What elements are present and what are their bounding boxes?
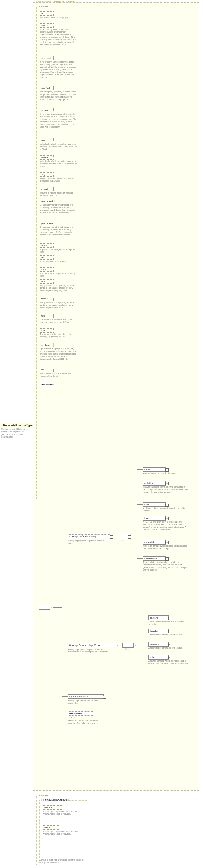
toggle-definition[interactable]	[165, 482, 169, 485]
crg-seq	[122, 643, 134, 648]
extension-label: FlexOrganisationPropType (extension)	[35, 0, 74, 3]
timevalidity-grp-name: timeValidityAttributes	[45, 799, 69, 801]
validity-grp-desc: A group of attributes expressing the tim…	[39, 859, 85, 864]
validity-attributes-label: attributes	[38, 794, 49, 797]
toggle-broader[interactable]	[168, 630, 171, 633]
toggle-related[interactable]	[168, 656, 171, 659]
cdg-toggle[interactable]	[110, 535, 113, 538]
toggle-remoteinfo[interactable]	[165, 541, 169, 544]
validto-attr: validto	[43, 826, 59, 830]
attr-why: why	[40, 173, 54, 177]
attr-desc: The local identifier of the property.	[40, 16, 70, 19]
crg-label: ConceptRelationshipsGroup	[69, 644, 101, 647]
toggle-note[interactable]	[165, 503, 169, 507]
conn	[137, 483, 142, 483]
org-toggle[interactable]	[103, 695, 106, 699]
attr-desc: If the property value is empty, specifie…	[40, 61, 77, 79]
any-other-element: any ##other	[68, 711, 93, 716]
anyother-card: 0..∞	[71, 716, 75, 718]
attr-qcode: qcode	[40, 244, 54, 248]
org-desc: A group of properties specific to an org…	[68, 699, 105, 705]
root-type: PersonAffiliationType	[1, 423, 34, 428]
attr-literal: literal	[40, 268, 54, 272]
crg-toggle[interactable]	[116, 644, 119, 647]
crg-card: 0..∞	[126, 648, 129, 650]
diagram-canvas: PersonAffiliationType The type for an af…	[0, 0, 203, 868]
element-hierarchyinfo: hierarchyInfo	[142, 556, 166, 561]
cdg-desc: A group of properties required to define…	[68, 539, 107, 545]
attr-dir: dir	[40, 368, 54, 372]
attr-creatoruri: creatoruri	[40, 56, 54, 60]
org-label: organisationDetails	[69, 695, 89, 698]
anyother-label: any ##other	[69, 712, 82, 715]
conn	[137, 518, 142, 518]
crg-seq-toggle[interactable]	[134, 644, 137, 647]
element-note: note	[142, 502, 166, 507]
crg-desc: A group of properties required to indica…	[68, 648, 110, 653]
timevalidity-grp-prefix: grp timeValidityAttributes	[41, 799, 69, 801]
attr-desc: Why the metadata has been included - exp…	[40, 191, 77, 197]
element-narrower: narrower	[148, 642, 169, 647]
attr-pubconstraint: pubconstraint	[40, 199, 56, 203]
attr-xml-lang: xml:lang	[40, 343, 54, 347]
attr-desc: A refinement of the semantics of the pro…	[40, 333, 77, 338]
anyother-desc: Extension point for provider-defined pro…	[68, 719, 105, 724]
toggle-name[interactable]	[165, 468, 169, 471]
cdg-card: 0..∞	[120, 539, 124, 541]
attr-desc: The date (and, optionally, the time) whe…	[40, 91, 77, 101]
toggle-facet[interactable]	[165, 517, 169, 520]
sequence-node-main	[39, 605, 50, 610]
toggle-narrower[interactable]	[168, 643, 171, 646]
organisation-details-element: organisationDetails	[68, 694, 104, 699]
conn	[137, 558, 142, 559]
toggle-sameas[interactable]	[168, 617, 171, 620]
cdg-seq	[116, 535, 128, 539]
conn	[142, 631, 148, 631]
attr-desc: If set to true the corresponding propert…	[40, 113, 77, 128]
conn	[137, 504, 142, 505]
attr-whyuri: whyuri	[40, 187, 54, 191]
element-desc: A natural language name for the concept.	[142, 472, 179, 474]
attr-desc: A free-text value assigned as a property…	[40, 272, 77, 277]
attr-modified: modified	[40, 86, 54, 90]
cdg-seq-toggle[interactable]	[128, 535, 131, 538]
element-desc: A link to an item or a web resource whic…	[142, 545, 188, 550]
conn	[142, 657, 148, 657]
element-desc: A natural language definition of the sem…	[142, 486, 188, 493]
attr-desc: If the property value is not defined, sp…	[40, 28, 77, 46]
validto-desc: The date (and, optionally, the time) aft…	[43, 830, 80, 835]
attr-typeuri: typeuri	[40, 297, 54, 301]
conn	[142, 644, 148, 644]
attr-desc: A URI which identifies a concept.	[40, 260, 69, 262]
attr-creator: creator	[40, 23, 54, 28]
attr-desc: Indicates by which means the value was e…	[40, 143, 77, 150]
anyother-conn	[62, 714, 68, 714]
element-name: name	[142, 467, 166, 472]
element-desc: In NAR 1.8 and later, facet is deprecate…	[142, 521, 188, 531]
attr-any-other: any ##other	[40, 382, 55, 386]
attr-desc: One or many constraints that apply to pu…	[40, 204, 77, 214]
sequence-toggle-main[interactable]	[50, 606, 53, 609]
root-desc: The type for an afflilation of a person …	[1, 428, 29, 438]
attr-desc: A refinement of the semantics of the pro…	[40, 318, 77, 323]
element-desc: Additional natural language information …	[142, 507, 188, 512]
validfrom-desc: The date (and, optionally, the time) bef…	[43, 810, 80, 815]
attr-desc: The directionality of textual content (e…	[40, 372, 77, 377]
toggle-hierarchyinfo[interactable]	[165, 557, 169, 561]
attr-desc: Indicates by which means the value was e…	[40, 160, 77, 167]
attributes-label: attributes	[38, 5, 49, 8]
org-conn	[62, 696, 68, 697]
crg-seq-conn	[116, 645, 122, 645]
element-desc: Represents the position of a concept in …	[142, 561, 188, 571]
attr-desc: The type of the concept assigned as a co…	[40, 301, 77, 309]
attr-howuri: howuri	[40, 155, 54, 160]
crg-conn	[62, 645, 68, 645]
element-facet: facet	[142, 516, 166, 521]
concept-definition-group: ConceptDefinitionGroup	[68, 534, 110, 539]
attr-desc: The type of the concept assigned as a co…	[40, 284, 77, 292]
attr-type: type	[40, 279, 54, 284]
root-connector-h	[31, 425, 33, 425]
element-desc: A related concept, where the relationshi…	[148, 660, 191, 665]
element-broader: broader	[148, 628, 169, 633]
element-desc: An identifier of a more specific concept…	[148, 647, 183, 649]
